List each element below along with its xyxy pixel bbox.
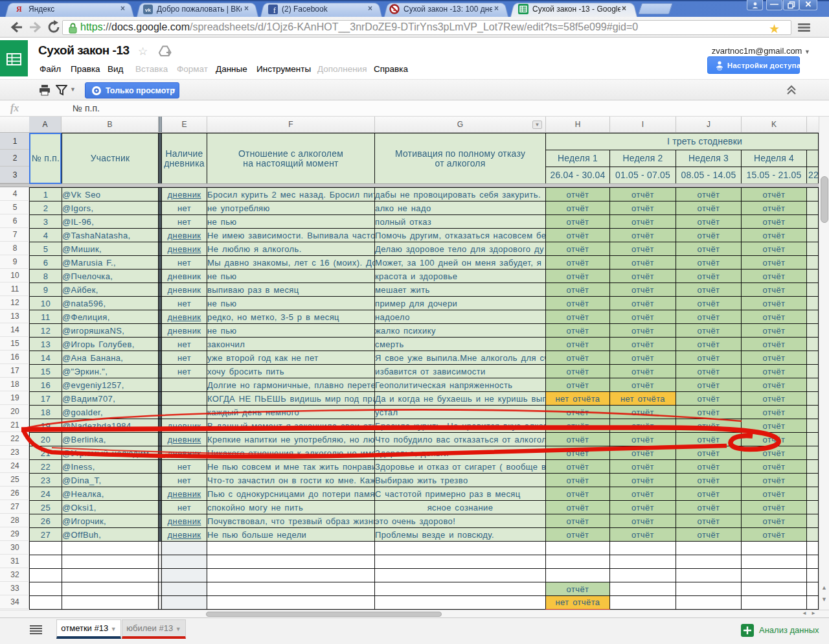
svg-text:vk: vk: [145, 7, 151, 13]
svg-text:f: f: [273, 5, 277, 14]
